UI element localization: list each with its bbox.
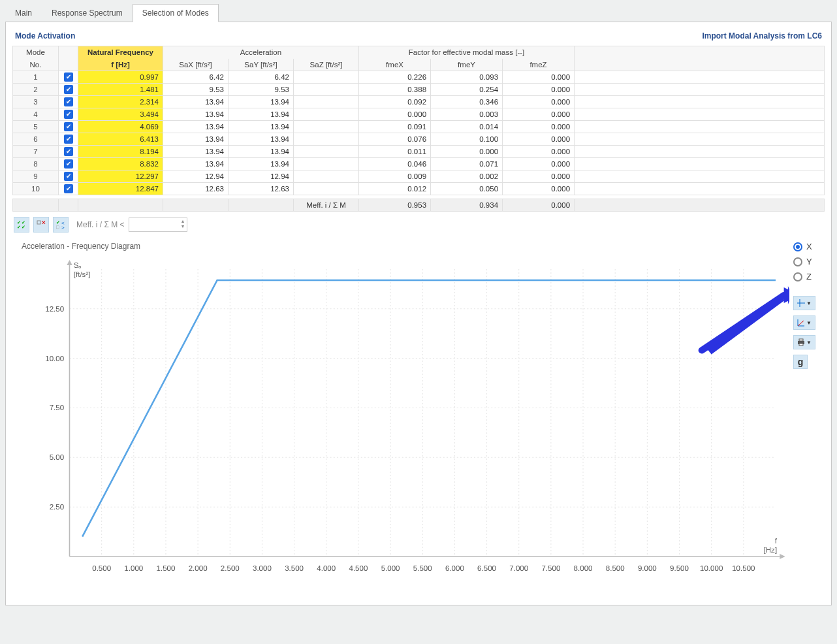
cell-freq[interactable]: 0.997 (78, 71, 163, 84)
cell-fmex[interactable]: 0.011 (359, 146, 431, 158)
cell-fmey[interactable]: 0.346 (431, 96, 503, 108)
cell-saz[interactable] (294, 183, 359, 195)
import-modal-link[interactable]: Import Modal Analysis from LC6 (702, 31, 822, 40)
cell-freq[interactable]: 8.194 (78, 146, 163, 158)
cell-freq[interactable]: 6.413 (78, 133, 163, 146)
cell-fmez[interactable]: 0.000 (503, 158, 575, 170)
cell-freq[interactable]: 12.847 (78, 183, 163, 195)
cell-fmex[interactable]: 0.076 (359, 133, 431, 146)
spinner-down-icon[interactable]: ▼ (181, 224, 185, 229)
cell-fmex[interactable]: 0.000 (359, 108, 431, 121)
cell-fmex[interactable]: 0.226 (359, 71, 431, 84)
table-row[interactable]: 6✔6.41313.9413.940.0760.1000.000 (13, 133, 825, 146)
cell-say[interactable]: 13.94 (229, 108, 294, 121)
cell-saz[interactable] (294, 133, 359, 146)
cell-fmez[interactable]: 0.000 (503, 170, 575, 183)
cell-saz[interactable] (294, 108, 359, 121)
table-row[interactable]: 4✔3.49413.9413.940.0000.0030.000 (13, 108, 825, 121)
tab-response-spectrum[interactable]: Response Spectrum (42, 4, 133, 22)
filter-value-input[interactable]: ▲▼ (129, 217, 187, 232)
cell-say[interactable]: 13.94 (229, 96, 294, 108)
cell-say[interactable]: 9.53 (229, 84, 294, 96)
cell-fmez[interactable]: 0.000 (503, 183, 575, 195)
chart-axes-button[interactable]: ▼ (793, 315, 815, 330)
cell-sax[interactable]: 13.94 (163, 108, 229, 121)
cell-fmex[interactable]: 0.388 (359, 84, 431, 96)
cell-freq[interactable]: 1.481 (78, 84, 163, 96)
cell-fmex[interactable]: 0.012 (359, 183, 431, 195)
cell-fmez[interactable]: 0.000 (503, 71, 575, 84)
cell-say[interactable]: 12.63 (229, 183, 294, 195)
table-row[interactable]: 3✔2.31413.9413.940.0920.3460.000 (13, 96, 825, 108)
cell-fmez[interactable]: 0.000 (503, 96, 575, 108)
table-row[interactable]: 1✔0.9976.426.420.2260.0930.000 (13, 71, 825, 84)
table-row[interactable]: 9✔12.29712.9412.940.0090.0020.000 (13, 170, 825, 183)
cell-fmez[interactable]: 0.000 (503, 146, 575, 158)
cell-freq[interactable]: 4.069 (78, 121, 163, 133)
filter-modes-button[interactable]: ✔<□> (53, 217, 69, 233)
cell-sax[interactable]: 13.94 (163, 146, 229, 158)
cell-checkbox[interactable]: ✔ (59, 170, 78, 183)
cell-checkbox[interactable]: ✔ (59, 158, 78, 170)
cell-say[interactable]: 6.42 (229, 71, 294, 84)
cell-fmex[interactable]: 0.092 (359, 96, 431, 108)
cell-fmez[interactable]: 0.000 (503, 84, 575, 96)
cell-sax[interactable]: 12.63 (163, 183, 229, 195)
cell-freq[interactable]: 3.494 (78, 108, 163, 121)
cell-checkbox[interactable]: ✔ (59, 108, 78, 121)
cell-fmey[interactable]: 0.003 (431, 108, 503, 121)
cell-checkbox[interactable]: ✔ (59, 146, 78, 158)
chart-print-button[interactable]: ▼ (793, 335, 815, 349)
table-row[interactable]: 2✔1.4819.539.530.3880.2540.000 (13, 84, 825, 96)
radio-y[interactable]: Y (793, 257, 812, 266)
select-all-button[interactable]: ✔✔✔✔ (14, 217, 29, 233)
cell-fmez[interactable]: 0.000 (503, 108, 575, 121)
cell-say[interactable]: 13.94 (229, 133, 294, 146)
cell-sax[interactable]: 6.42 (163, 71, 229, 84)
g-button[interactable]: g (793, 355, 808, 369)
cell-sax[interactable]: 13.94 (163, 121, 229, 133)
table-row[interactable]: 5✔4.06913.9413.940.0910.0140.000 (13, 121, 825, 133)
cell-saz[interactable] (294, 121, 359, 133)
cell-fmey[interactable]: 0.002 (431, 170, 503, 183)
cell-saz[interactable] (294, 158, 359, 170)
cell-say[interactable]: 13.94 (229, 121, 294, 133)
cell-saz[interactable] (294, 170, 359, 183)
cell-fmex[interactable]: 0.009 (359, 170, 431, 183)
radio-z[interactable]: Z (793, 272, 812, 282)
cell-sax[interactable]: 13.94 (163, 158, 229, 170)
cell-saz[interactable] (294, 71, 359, 84)
cell-checkbox[interactable]: ✔ (59, 96, 78, 108)
cell-sax[interactable]: 13.94 (163, 133, 229, 146)
deselect-all-button[interactable]: ✕ (33, 217, 49, 233)
cell-fmez[interactable]: 0.000 (503, 121, 575, 133)
cell-checkbox[interactable]: ✔ (59, 84, 78, 96)
cell-fmey[interactable]: 0.000 (431, 146, 503, 158)
cell-fmey[interactable]: 0.050 (431, 183, 503, 195)
cell-sax[interactable]: 13.94 (163, 96, 229, 108)
cell-checkbox[interactable]: ✔ (59, 133, 78, 146)
table-row[interactable]: 10✔12.84712.6312.630.0120.0500.000 (13, 183, 825, 195)
cell-fmex[interactable]: 0.091 (359, 121, 431, 133)
cell-fmez[interactable]: 0.000 (503, 133, 575, 146)
spinner-up-icon[interactable]: ▲ (181, 219, 185, 224)
cell-fmey[interactable]: 0.014 (431, 121, 503, 133)
table-row[interactable]: 7✔8.19413.9413.940.0110.0000.000 (13, 146, 825, 158)
cell-fmey[interactable]: 0.100 (431, 133, 503, 146)
cell-fmex[interactable]: 0.046 (359, 158, 431, 170)
cell-sax[interactable]: 9.53 (163, 84, 229, 96)
cell-fmey[interactable]: 0.093 (431, 71, 503, 84)
cell-sax[interactable]: 12.94 (163, 170, 229, 183)
cell-freq[interactable]: 8.832 (78, 158, 163, 170)
cell-freq[interactable]: 12.297 (78, 170, 163, 183)
cell-say[interactable]: 13.94 (229, 158, 294, 170)
cell-checkbox[interactable]: ✔ (59, 71, 78, 84)
chart-grid-button[interactable]: ▼ (793, 296, 815, 310)
cell-checkbox[interactable]: ✔ (59, 121, 78, 133)
tab-main[interactable]: Main (5, 4, 42, 22)
cell-fmey[interactable]: 0.254 (431, 84, 503, 96)
cell-checkbox[interactable]: ✔ (59, 183, 78, 195)
radio-x[interactable]: X (793, 242, 812, 251)
tab-selection-of-modes[interactable]: Selection of Modes (133, 4, 219, 22)
cell-say[interactable]: 12.94 (229, 170, 294, 183)
